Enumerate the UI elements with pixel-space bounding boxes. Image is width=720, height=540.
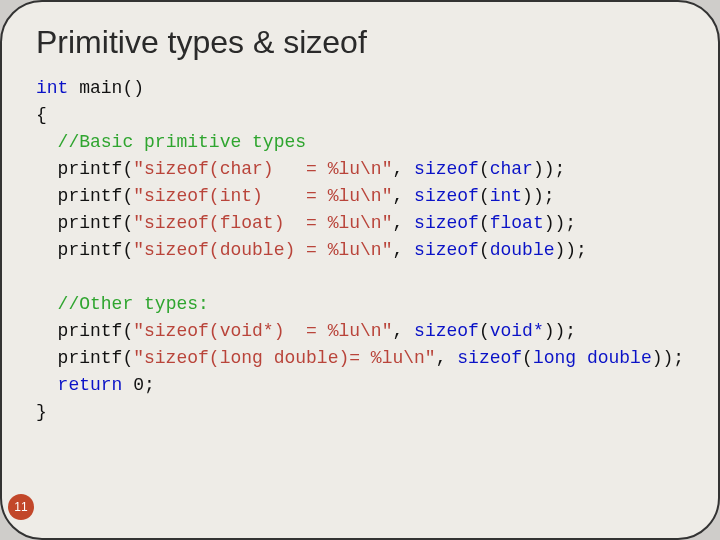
type-void: void [490,321,533,341]
code-block: int main() { //Basic primitive types pri… [36,75,688,426]
paren: )); [544,213,576,233]
type-float: float [490,213,544,233]
call: printf( [36,240,133,260]
call: printf( [36,348,133,368]
indent [36,132,58,152]
sizeof: sizeof [414,321,479,341]
indent [36,294,58,314]
slide-title: Primitive types & sizeof [36,24,688,61]
paren: )); [533,159,565,179]
sep: , [392,186,414,206]
page-number-badge: 11 [8,494,34,520]
paren: ( [479,240,490,260]
indent [36,375,58,395]
str: "sizeof(float) = %lu\n" [133,213,392,233]
sep: , [436,348,458,368]
str: "sizeof(int) = %lu\n" [133,186,392,206]
type-double: double [490,240,555,260]
str: "sizeof(char) = %lu\n" [133,159,392,179]
paren: )); [522,186,554,206]
fn-main: main() [68,78,144,98]
paren: )); [652,348,684,368]
sizeof: sizeof [414,240,479,260]
kw-return: return [58,375,123,395]
sizeof: sizeof [457,348,522,368]
paren: ( [479,321,490,341]
sp [122,375,133,395]
type-int: int [490,186,522,206]
comment-basic: //Basic primitive types [58,132,306,152]
sizeof: sizeof [414,159,479,179]
str: "sizeof(long double)= %lu\n" [133,348,435,368]
brace-open: { [36,105,47,125]
paren: )); [555,240,587,260]
type-long-double: long double [533,348,652,368]
sep: , [392,321,414,341]
semi: ; [144,375,155,395]
slide: Primitive types & sizeof int main() { //… [0,0,720,540]
sep: , [392,159,414,179]
paren: ( [522,348,533,368]
call: printf( [36,186,133,206]
kw-int: int [36,78,68,98]
call: printf( [36,213,133,233]
sep: , [392,240,414,260]
comment-other: //Other types: [58,294,209,314]
call: printf( [36,321,133,341]
num-zero: 0 [133,375,144,395]
star: * [533,321,544,341]
str: "sizeof(void*) = %lu\n" [133,321,392,341]
sizeof: sizeof [414,186,479,206]
call: printf( [36,159,133,179]
paren: ( [479,186,490,206]
sizeof: sizeof [414,213,479,233]
type-char: char [490,159,533,179]
paren: ( [479,213,490,233]
paren: ( [479,159,490,179]
paren: )); [544,321,576,341]
brace-close: } [36,402,47,422]
str: "sizeof(double) = %lu\n" [133,240,392,260]
sep: , [392,213,414,233]
